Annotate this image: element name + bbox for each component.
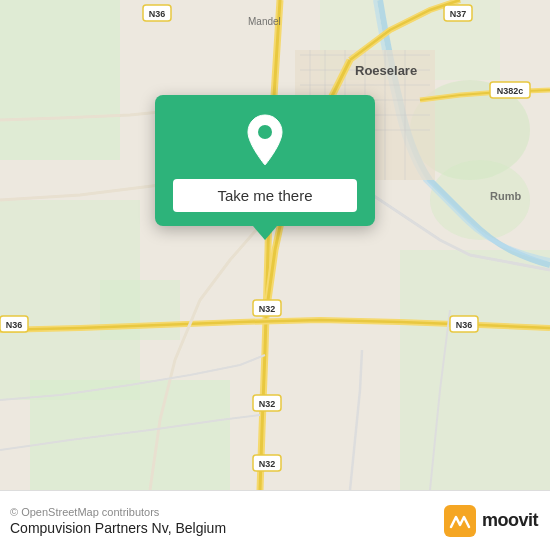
copyright-text: © OpenStreetMap contributors (10, 506, 226, 518)
moovit-logo: moovit (444, 505, 538, 537)
location-pin-icon (241, 113, 289, 167)
svg-rect-5 (30, 380, 230, 490)
svg-text:N36: N36 (456, 320, 473, 330)
svg-rect-2 (0, 0, 120, 160)
svg-text:N32: N32 (259, 459, 276, 469)
svg-point-42 (258, 125, 272, 139)
footer-left: © OpenStreetMap contributors Compuvision… (10, 506, 226, 536)
footer-bar: © OpenStreetMap contributors Compuvision… (0, 490, 550, 550)
svg-text:Rumb: Rumb (490, 190, 521, 202)
svg-text:N32: N32 (259, 399, 276, 409)
svg-rect-9 (100, 280, 180, 340)
svg-text:N32: N32 (259, 304, 276, 314)
svg-text:Mandel: Mandel (248, 16, 281, 27)
svg-rect-43 (444, 505, 476, 537)
svg-rect-4 (400, 250, 550, 490)
moovit-icon (444, 505, 476, 537)
map-container: N32 N32 N32 N36 N36 N37 N382c N36 Roesel… (0, 0, 550, 490)
svg-text:Roeselare: Roeselare (355, 63, 417, 78)
moovit-text: moovit (482, 510, 538, 531)
location-title: Compuvision Partners Nv, Belgium (10, 520, 226, 536)
location-popup: Take me there (155, 95, 375, 226)
svg-text:N36: N36 (6, 320, 23, 330)
svg-text:N36: N36 (149, 9, 166, 19)
take-me-there-button[interactable]: Take me there (173, 179, 357, 212)
svg-text:N37: N37 (450, 9, 467, 19)
svg-text:N382c: N382c (497, 86, 524, 96)
